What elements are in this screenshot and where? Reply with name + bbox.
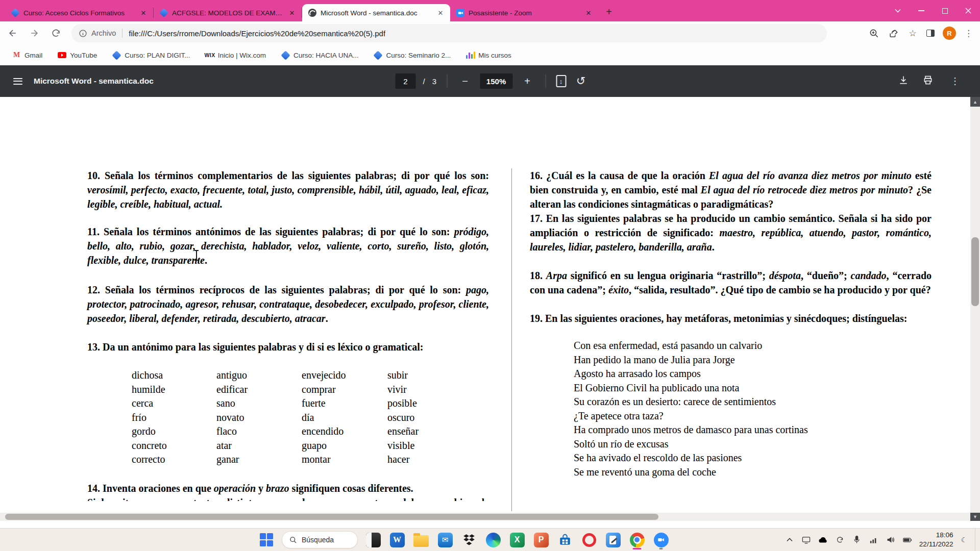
exercise-19-sentences: Con esa enfermedad, está pasando un calv…: [574, 339, 932, 479]
table-cell: fuerte: [302, 396, 387, 411]
word-icon[interactable]: W: [388, 530, 406, 550]
page-divider: /: [423, 77, 425, 86]
share-icon[interactable]: [888, 28, 899, 39]
tab-curso-acceso[interactable]: Curso: Acceso Ciclos Formativos ✕: [5, 4, 153, 21]
bookmark-curso-seminario[interactable]: Curso: Seminario 2...: [369, 49, 456, 62]
battery-icon[interactable]: [902, 534, 913, 545]
tab-search-icon[interactable]: [886, 0, 910, 21]
clock-time: 18:06: [919, 531, 953, 540]
bookmark-wix[interactable]: WIX Inicio | Wix.com: [201, 49, 271, 62]
table-cell: atar: [216, 439, 302, 453]
back-icon[interactable]: [4, 24, 21, 42]
tab-semantica-active[interactable]: Microsoft Word - semantica.doc ✕: [302, 4, 450, 21]
omnibox[interactable]: Archivo file:///C:/Users/rrome/Downloads…: [71, 24, 827, 42]
side-panel-icon[interactable]: [926, 30, 935, 37]
zoom-level-input[interactable]: 150%: [480, 73, 512, 89]
taskbar-clock[interactable]: 18:06 22/11/2022: [919, 531, 953, 549]
table-cell: ganar: [216, 453, 302, 467]
mail-icon[interactable]: ✉: [436, 530, 454, 550]
tab-close-icon[interactable]: ✕: [436, 8, 445, 17]
rotate-icon[interactable]: ↺: [573, 73, 589, 89]
text-run: .: [205, 255, 207, 266]
fit-page-icon[interactable]: ↕: [556, 75, 566, 87]
tab-close-icon[interactable]: ✕: [139, 8, 148, 17]
zoom-app-icon[interactable]: [652, 530, 670, 550]
bookmark-youtube[interactable]: YouTube: [53, 49, 102, 62]
network-signal-icon[interactable]: [869, 534, 879, 545]
vertical-scroll-thumb[interactable]: [971, 237, 979, 306]
list-item: Su corazón es un desierto: carece de sen…: [574, 395, 932, 409]
notes-app-icon[interactable]: [604, 530, 622, 550]
microphone-icon[interactable]: [852, 534, 862, 545]
list-item: Se ha avivado el rescoldo de las pasione…: [574, 451, 932, 465]
tray-chevron-up-icon[interactable]: [785, 534, 795, 545]
bookmark-label: Mis cursos: [478, 52, 511, 59]
table-cell: concreto: [132, 439, 216, 453]
tab-zoom[interactable]: Posasistente - Zoom ✕: [450, 4, 598, 21]
vertical-scrollbar[interactable]: ▲: [970, 97, 980, 513]
reload-icon[interactable]: [47, 24, 64, 42]
zoom-out-button[interactable]: −: [457, 73, 473, 89]
display-icon[interactable]: [801, 534, 812, 545]
close-window-button[interactable]: [957, 0, 980, 21]
powerpoint-icon[interactable]: P: [532, 530, 550, 550]
text-run: significó en su lengua originaria “rastr…: [567, 270, 769, 281]
tab-close-icon[interactable]: ✕: [584, 8, 593, 17]
table-cell: humilde: [132, 383, 216, 397]
bookmark-star-icon[interactable]: ☆: [907, 28, 918, 39]
excel-icon[interactable]: X: [508, 530, 526, 550]
exercise-18: 18. Arpa significó en su lengua originar…: [530, 268, 932, 297]
speaker-icon[interactable]: [886, 534, 896, 545]
show-desktop-button[interactable]: [975, 529, 977, 551]
list-item: Ha comprado unos metros de damasco para …: [574, 423, 932, 437]
chrome-icon[interactable]: [628, 530, 646, 550]
bookmark-curso-hacia[interactable]: Curso: HACIA UNA...: [276, 49, 364, 62]
table-cell: hacer: [387, 453, 489, 467]
start-button[interactable]: [258, 530, 275, 550]
opera-icon[interactable]: [580, 530, 598, 550]
page-number-input[interactable]: 2: [396, 73, 416, 89]
microsoft-store-icon[interactable]: [556, 530, 574, 550]
pdf-menu-icon[interactable]: [13, 78, 22, 85]
table-cell: sano: [216, 396, 302, 411]
horizontal-scrollbar[interactable]: [0, 513, 970, 521]
zoom-in-button[interactable]: +: [520, 73, 535, 89]
minimize-button[interactable]: [910, 0, 933, 21]
browser-menu-icon[interactable]: ⋮: [964, 28, 973, 39]
bookmark-curso-plan[interactable]: Curso: PLAN DIGIT...: [107, 49, 195, 62]
zoom-page-icon[interactable]: [868, 28, 879, 39]
text-run: brazo: [266, 483, 289, 494]
taskbar-search[interactable]: Búsqueda: [282, 531, 358, 548]
bookmark-gmail[interactable]: M Gmail: [7, 49, 47, 62]
table-row: cercasanofuerteposible: [132, 396, 489, 411]
focus-assist-moon-icon[interactable]: ☾: [961, 536, 967, 544]
sync-icon[interactable]: [835, 534, 845, 545]
pdf-more-options-icon[interactable]: ⋮: [947, 73, 963, 89]
app-window-icon[interactable]: [364, 530, 382, 550]
table-cell: dichosa: [132, 368, 216, 383]
maximize-button[interactable]: [933, 0, 957, 21]
pdf-document-title: Microsoft Word - semantica.doc: [34, 77, 154, 86]
profile-avatar[interactable]: R: [943, 27, 956, 40]
download-icon[interactable]: [898, 75, 909, 87]
edge-icon[interactable]: [484, 530, 502, 550]
scroll-up-icon[interactable]: ▲: [970, 97, 980, 107]
bookmark-mis-cursos[interactable]: Mis cursos: [461, 49, 517, 62]
scroll-down-icon[interactable]: ▼: [970, 513, 980, 521]
list-item: Han pedido la mano de Julia para Jorge: [574, 353, 932, 367]
new-tab-button[interactable]: +: [601, 4, 617, 19]
dropbox-icon[interactable]: [460, 530, 478, 550]
left-column: 10. Señala los términos complementarios …: [87, 168, 489, 501]
file-explorer-icon[interactable]: [412, 530, 430, 550]
table-cell: enseñar: [387, 424, 489, 439]
table-cell: montar: [302, 453, 387, 467]
tab-acfgsle[interactable]: ACFGSLE: MODELOS DE EXAMEN ✕: [154, 4, 302, 21]
text-run: verosímil, perfecto, exacto, frecuente, …: [87, 184, 489, 210]
tab-close-icon[interactable]: ✕: [287, 8, 297, 17]
horizontal-scroll-thumb[interactable]: [5, 514, 658, 520]
print-icon[interactable]: [923, 75, 933, 87]
onedrive-cloud-icon[interactable]: [818, 534, 828, 545]
text-run: 16. ¿Cuál es la causa de que la oración: [530, 170, 709, 181]
forward-icon[interactable]: [26, 24, 43, 42]
gmail-icon: M: [12, 51, 21, 60]
